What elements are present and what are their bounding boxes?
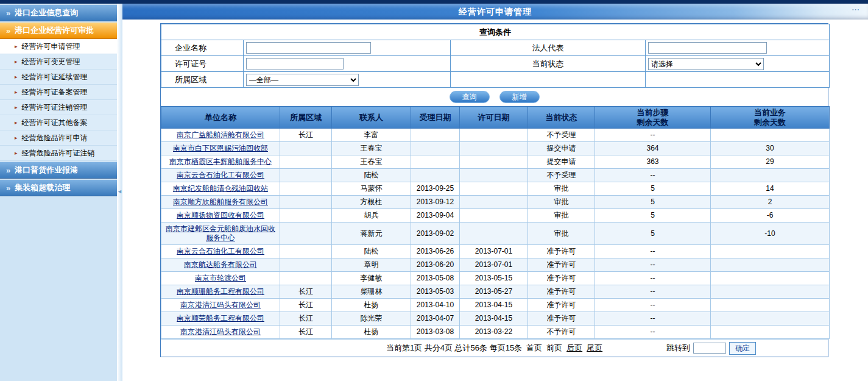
region-select[interactable]: —全部—	[246, 74, 359, 86]
sidebar-menu-item[interactable]: ▸经营危险品许可证注销	[0, 146, 117, 161]
cell-status: 不予受理	[528, 129, 595, 142]
cell-region	[280, 142, 332, 155]
cell-license-date: 2013-04-15	[460, 299, 528, 312]
cell-step-days-left: --	[595, 312, 711, 326]
jump-to-label: 跳转到	[666, 343, 690, 354]
table-row: 南京纪发船舶清仓残油回收站马蒙怀2013-09-25审批514	[161, 182, 830, 196]
cell-region	[280, 272, 332, 285]
sidebar-item-label: 经营许可申请管理	[22, 41, 80, 52]
cell-status: 提交申请	[528, 155, 595, 169]
company-link[interactable]: 南京市轮渡公司	[195, 274, 246, 282]
page-title-bar: 经营许可申请管理 ⋯	[122, 4, 868, 20]
cell-status: 审批	[528, 223, 595, 245]
column-header: 所属区域	[280, 107, 332, 129]
cell-biz-days-left	[711, 169, 830, 182]
cell-step-days-left: --	[595, 326, 711, 339]
content-area: 查询条件 企业名称 法人代表 许可证号	[122, 20, 868, 357]
legal-rep-input[interactable]	[648, 42, 767, 54]
cell-accept-date: 2013-04-10	[411, 299, 460, 312]
table-row: 南京港清江码头有限公司长江杜扬2013-03-082013-03-22不予许可-…	[161, 326, 830, 339]
company-link[interactable]: 南京纪发船舶清仓残油回收站	[173, 184, 268, 193]
page-jump-group: 跳转到 确定	[666, 342, 756, 355]
cell-license-date: 2013-05-15	[460, 272, 528, 285]
arrow-bullet-icon: ▸	[15, 119, 18, 126]
cell-accept-date	[411, 169, 460, 182]
cell-contact: 陈光荣	[332, 312, 411, 326]
sidebar-menu-header[interactable]: »港口普货作业报港	[0, 162, 117, 179]
cell-status: 准予许可	[528, 258, 595, 272]
cell-step-days-left: --	[595, 169, 711, 182]
cell-status: 不予受理	[528, 169, 595, 182]
cell-region: 长江	[280, 326, 332, 339]
license-no-input[interactable]	[246, 58, 344, 69]
company-link[interactable]: 南京市建邺区金元船舶废油水回收服务中心	[166, 224, 275, 242]
cell-contact: 蒋新元	[332, 223, 411, 245]
company-link[interactable]: 南京港清江码头有限公司	[180, 327, 261, 336]
cell-unit-name: 南京纪发船舶清仓残油回收站	[161, 182, 280, 196]
company-link[interactable]: 南京市白下区恩赐污油回收部	[173, 144, 268, 152]
add-button[interactable]: 新增	[499, 91, 540, 103]
sidebar-menu-header[interactable]: »港口企业经营许可审批	[0, 23, 117, 39]
sidebar-item-label: 港口企业信息查询	[15, 7, 78, 18]
cell-step-days-left: --	[595, 272, 711, 285]
cell-accept-date: 2013-09-02	[411, 223, 460, 245]
cell-region: 长江	[280, 312, 332, 326]
cell-contact: 章明	[332, 258, 411, 272]
sidebar-menu-item[interactable]: ▸经营许可证其他备案	[0, 115, 117, 130]
next-page-link[interactable]: 后页	[566, 343, 582, 354]
company-link[interactable]: 南京广益船舶清舱有限公司	[177, 130, 264, 139]
company-link[interactable]: 南京云合石油化工有限公司	[177, 247, 264, 255]
current-status-select[interactable]: 请选择	[648, 58, 764, 70]
cell-step-days-left: --	[595, 129, 711, 142]
pagination-bar: 当前第1页 共分4页 总计56条 每页15条 首页 前页 后页 尾页 跳转到 确…	[161, 339, 828, 357]
first-page-link[interactable]: 首页	[526, 343, 542, 354]
company-link[interactable]: 南京顺荣船务工程有限公司	[177, 314, 264, 322]
cell-status: 准予许可	[528, 245, 595, 258]
sidebar-menu-item[interactable]: ▸经营许可证延续管理	[0, 69, 117, 85]
cell-unit-name: 南京市建邺区金元船舶废油水回收服务中心	[161, 223, 280, 245]
table-row: 南京港清江码头有限公司长江杜扬2013-04-102013-04-15准予许可-…	[161, 299, 830, 312]
cell-status: 提交申请	[528, 142, 595, 155]
cell-license-date: 2013-03-22	[460, 326, 528, 339]
arrow-bullet-icon: ▸	[15, 135, 18, 141]
column-header: 当前业务 剩余天数	[711, 107, 830, 129]
company-name-input[interactable]	[246, 42, 371, 54]
cell-biz-days-left	[711, 326, 830, 339]
sidebar-menu-header[interactable]: »港口企业信息查询	[0, 5, 117, 21]
company-link[interactable]: 南京顺扬物资回收有限公司	[177, 211, 264, 219]
last-page-link[interactable]: 尾页	[587, 343, 602, 354]
jump-confirm-button[interactable]: 确定	[729, 342, 756, 355]
jump-page-input[interactable]	[693, 343, 726, 354]
cell-contact: 李健敏	[332, 272, 411, 285]
cell-region: 长江	[280, 285, 332, 299]
cell-biz-days-left: 30	[711, 142, 830, 155]
cell-region	[280, 258, 332, 272]
sidebar-menu-item[interactable]: ▸经营许可变更管理	[0, 54, 117, 69]
sidebar-collapse-handle[interactable]: ◄	[117, 4, 122, 381]
column-header: 联系人	[332, 107, 411, 129]
company-link[interactable]: 南京港清江码头有限公司	[180, 301, 261, 309]
results-table: 单位名称所属区域联系人受理日期许可日期当前状态当前步骤 剩余天数当前业务 剩余天…	[161, 106, 830, 339]
sidebar-menu-item[interactable]: ▸经营危险品许可申请	[0, 130, 117, 146]
cell-license-date: 2013-07-01	[460, 245, 528, 258]
sidebar-menu-header[interactable]: »集装箱超载治理	[0, 180, 117, 196]
sidebar-menu-item[interactable]: ▸经营许可证备案管理	[0, 85, 117, 100]
cell-license-date	[460, 196, 528, 209]
company-link[interactable]: 南京云合石油化工有限公司	[177, 171, 264, 179]
cell-region	[280, 169, 332, 182]
sidebar-item-label: 经营危险品许可证注销	[22, 148, 95, 158]
prev-page-link[interactable]: 前页	[546, 343, 562, 354]
company-link[interactable]: 南京顺方欣船舶服务有限公司	[173, 198, 268, 206]
search-button[interactable]: 查询	[450, 91, 490, 103]
sidebar-menu-item[interactable]: ▸经营许可证注销管理	[0, 100, 117, 115]
window-dots-icon[interactable]: ⋯	[852, 5, 861, 14]
cell-step-days-left: 363	[595, 155, 711, 169]
sidebar-menu-item[interactable]: ▸经营许可申请管理	[0, 39, 117, 54]
company-link[interactable]: 南京顺珊船务工程有限公司	[177, 287, 264, 296]
company-link[interactable]: 南京市栖霞区丰辉船舶服务中心	[169, 157, 272, 166]
cell-region	[280, 196, 332, 209]
table-row: 南京顺珊船务工程有限公司长江柴珊林2013-05-032013-05-27准予许…	[161, 285, 830, 299]
cell-contact: 胡兵	[332, 209, 411, 223]
company-link[interactable]: 南京航达船务有限公司	[184, 260, 257, 269]
column-header: 当前状态	[528, 107, 595, 129]
